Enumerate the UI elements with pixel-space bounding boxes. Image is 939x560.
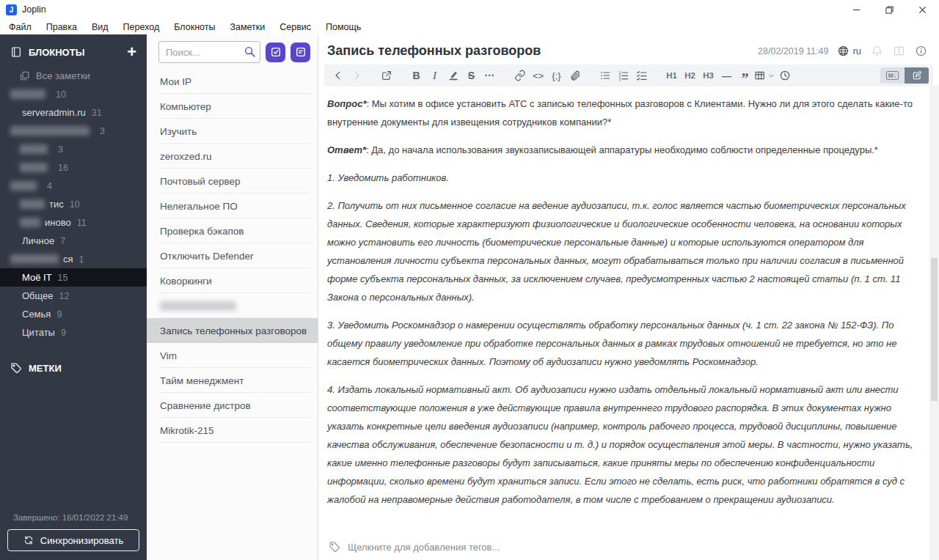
sidebar-notebook-item[interactable]: Моё IT15 — [0, 268, 147, 287]
note-list-item[interactable]: zeroxzed.ru — [147, 144, 318, 169]
note-list-item[interactable]: Компьютер — [147, 94, 318, 119]
note-list-item[interactable]: Запись телефонных разговоров — [147, 318, 318, 343]
strikethrough-icon[interactable]: S — [462, 66, 481, 85]
insert-table-icon[interactable] — [754, 66, 775, 85]
back-icon[interactable] — [329, 66, 347, 85]
note-count: 1 — [79, 254, 84, 265]
joplin-window: J Joplin ФайлПравкаВидПереходБлокнотыЗам… — [0, 0, 939, 560]
external-link-icon[interactable] — [377, 66, 395, 85]
sidebar-notebook-item[interactable]: иново11 — [0, 213, 147, 232]
note-list: Мои IPКомпьютерИзучитьzeroxzed.ruПочтовы… — [147, 69, 318, 443]
richtext-editor-toggle[interactable] — [905, 67, 929, 84]
redacted-label — [10, 126, 89, 136]
notebooks-header[interactable]: БЛОКНОТЫ + — [0, 34, 147, 67]
note-list-item[interactable]: Отключить Defender — [147, 243, 318, 268]
note-paragraph: 4. Издать локальный нормативный акт. Об … — [327, 380, 917, 509]
menu-item[interactable]: Блокноты — [167, 22, 222, 32]
synchronize-button-label: Синхронизировать — [40, 535, 123, 546]
bold-icon[interactable]: B — [407, 66, 425, 85]
note-list-item[interactable] — [147, 293, 318, 318]
all-notes-icon — [19, 70, 30, 81]
notebook-list: 10serveradmin.ru3133164тис10иново11Лично… — [0, 85, 147, 342]
menu-item[interactable]: Сервис — [272, 22, 318, 32]
sidebar-notebook-item[interactable]: 10 — [0, 85, 147, 103]
note-title-label: Коворкинги — [160, 276, 212, 287]
note-properties-button[interactable] — [915, 45, 927, 57]
inline-code-icon[interactable]: <> — [529, 66, 547, 85]
tag-bar[interactable]: Щелкните для добавления тегов... — [318, 535, 939, 559]
heading2-button[interactable]: H2 — [681, 66, 699, 85]
code-block-icon[interactable]: {;} — [547, 66, 566, 85]
editor-scrollbar[interactable] — [929, 86, 939, 560]
minimize-button[interactable] — [840, 0, 873, 19]
sidebar-notebook-item[interactable]: serveradmin.ru31 — [0, 103, 147, 122]
new-todo-button[interactable] — [266, 43, 285, 62]
note-list-item[interactable]: Изучить — [147, 119, 318, 144]
highlight-icon[interactable] — [444, 66, 462, 85]
menu-item[interactable]: Вид — [84, 22, 116, 32]
heading1-button[interactable]: H1 — [662, 66, 681, 85]
sidebar-notebook-item[interactable]: тис10 — [0, 195, 147, 213]
menu-item[interactable]: Файл — [1, 22, 39, 32]
menu-item[interactable]: Заметки — [222, 22, 272, 32]
tags-header[interactable]: МЕТКИ — [0, 362, 147, 374]
restore-button[interactable] — [873, 0, 906, 19]
new-note-button[interactable] — [291, 43, 310, 62]
editor-panel: Запись телефонных разговоров 28/02/2019 … — [318, 34, 939, 560]
note-title-label: Проверка бэкапов — [160, 226, 244, 237]
sidebar-notebook-item[interactable]: 3 — [0, 122, 147, 140]
sidebar-notebook-item[interactable]: 16 — [0, 158, 147, 177]
more-options-icon[interactable]: ··· — [481, 66, 499, 85]
notebook-label: serveradmin.ru — [22, 107, 86, 118]
sidebar: БЛОКНОТЫ + Все заметки 10serveradmin.ru3… — [0, 34, 147, 560]
sidebar-notebook-item[interactable]: ся1 — [0, 250, 147, 268]
sidebar-notebook-item[interactable]: 4 — [0, 177, 147, 195]
sidebar-notebook-item[interactable]: Общее12 — [0, 287, 147, 305]
note-list-item[interactable]: Mikrotik-215 — [147, 418, 318, 443]
hyperlink-icon[interactable] — [511, 66, 529, 85]
note-list-item[interactable]: Vim — [147, 343, 318, 368]
sidebar-notebook-item[interactable]: 3 — [0, 140, 147, 158]
note-list-item[interactable]: Сравнение дистров — [147, 393, 318, 418]
menu-item[interactable]: Правка — [39, 22, 84, 32]
italic-icon[interactable]: I — [425, 66, 444, 85]
bulleted-list-icon[interactable] — [596, 66, 614, 85]
note-title-input[interactable]: Запись телефонных разговоров — [327, 43, 752, 59]
note-count: 16 — [58, 163, 68, 173]
locale-label: ru — [852, 45, 861, 56]
search-row — [147, 34, 318, 69]
synchronize-button[interactable]: Синхронизировать — [7, 529, 139, 551]
numbered-list-icon[interactable]: 123 — [614, 66, 632, 85]
checkbox-list-icon[interactable] — [632, 66, 651, 85]
note-list-item[interactable]: Тайм менеджмент — [147, 368, 318, 393]
tag-icon — [10, 362, 22, 374]
note-title-label: Тайм менеджмент — [160, 375, 244, 386]
heading3-button[interactable]: H3 — [699, 66, 717, 85]
attach-file-icon[interactable] — [566, 66, 584, 85]
sidebar-notebook-item[interactable]: Личное7 — [0, 232, 147, 250]
note-list-item[interactable]: Проверка бэкапов — [147, 218, 318, 243]
close-button[interactable] — [906, 0, 939, 19]
note-list-item[interactable]: Мои IP — [147, 69, 318, 94]
markdown-editor-toggle[interactable]: M↓ — [880, 67, 905, 84]
redacted-label — [20, 144, 48, 154]
note-list-item[interactable]: Почтовый сервер — [147, 169, 318, 194]
tag-icon — [329, 541, 340, 553]
forward-icon[interactable] — [347, 66, 365, 85]
horizontal-rule-icon[interactable]: — — [717, 66, 736, 85]
spellcheck-language-button[interactable]: ru — [837, 45, 861, 57]
menu-item[interactable]: Переход — [116, 22, 167, 32]
new-notebook-button[interactable]: + — [127, 46, 136, 58]
sidebar-notebook-item[interactable]: Цитаты9 — [0, 323, 147, 342]
set-alarm-button[interactable] — [871, 45, 883, 57]
editor-toggle-group: M↓ — [880, 67, 929, 84]
insert-datetime-icon[interactable] — [775, 66, 794, 85]
menu-item[interactable]: Помощь — [318, 22, 368, 32]
note-list-item[interactable]: Коворкинги — [147, 268, 318, 293]
note-list-item[interactable]: Нелегальное ПО — [147, 194, 318, 218]
scrollbar-thumb[interactable] — [931, 258, 938, 401]
sidebar-notebook-item[interactable]: Семья9 — [0, 305, 147, 323]
sidebar-item-all-notes[interactable]: Все заметки — [0, 67, 147, 85]
blockquote-icon[interactable]: ” — [736, 66, 754, 85]
toggle-layout-button[interactable] — [893, 45, 905, 57]
